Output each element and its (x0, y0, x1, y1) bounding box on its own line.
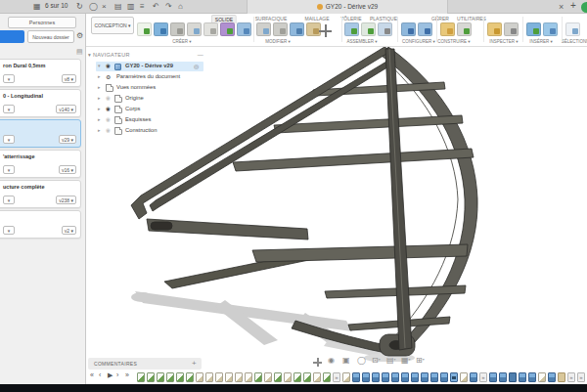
look-at-icon[interactable]: ▣ (342, 356, 350, 365)
timeline-feature-plane[interactable] (245, 372, 252, 382)
group-label-selectionner[interactable]: SÉLECTIONNER ▾ (562, 39, 587, 44)
file-version-badge[interactable]: v8 ▾ (62, 74, 76, 83)
file-version-badge[interactable]: v2 ▾ (62, 226, 76, 235)
file-version-badge[interactable]: v140 ▾ (56, 105, 76, 113)
timeline-feature-extrude[interactable] (440, 372, 448, 382)
step-back-icon[interactable]: ‹ (99, 371, 101, 378)
timeline-feature-plane[interactable] (460, 372, 468, 382)
ribbon-icon-mesh[interactable] (220, 22, 235, 36)
timeline-feature-extrude[interactable] (519, 372, 526, 382)
home-icon[interactable]: ⌂ (178, 1, 183, 13)
timeline-feature-mirror[interactable]: » (479, 372, 487, 382)
group-label-assembler[interactable]: ASSEMBLER ▾ (346, 39, 377, 44)
timeline-feature-plane[interactable] (235, 372, 243, 382)
timeline-feature-mirror[interactable]: » (567, 372, 575, 382)
timeline-feature-sketch[interactable] (254, 372, 262, 382)
close-tab-icon[interactable]: × (559, 1, 564, 13)
tab-plastique[interactable]: PLASTIQUE (367, 15, 400, 22)
timeline-feature-sketch[interactable] (157, 372, 164, 382)
ribbon-icon-create-sketch[interactable] (137, 22, 152, 36)
search-icon[interactable]: ◯ (89, 1, 98, 13)
play-end-icon[interactable]: » (125, 371, 129, 378)
timeline-feature-extrude[interactable] (421, 372, 429, 382)
eye-icon[interactable]: ◉ (106, 106, 111, 111)
timeline-feature-extrude[interactable] (528, 372, 536, 382)
layout-grid-icon[interactable]: ▦▾ (401, 356, 411, 365)
copy-icon[interactable]: ▤ (76, 48, 83, 56)
timeline-feature-sketch[interactable] (303, 372, 311, 382)
comments-bar[interactable]: COMMENTAIRES+ (88, 358, 202, 370)
avatar[interactable] (581, 2, 587, 13)
tab-personnes[interactable]: Personnes (8, 17, 76, 28)
ribbon-icon-joint[interactable] (361, 22, 376, 36)
redo-icon[interactable]: ↷ (165, 1, 172, 13)
timeline-feature-sketch[interactable] (137, 372, 145, 382)
navigator-minimize-icon[interactable]: — (198, 52, 203, 58)
document-tab[interactable]: GY20 - Dérive v29 (247, 0, 448, 14)
grid-view-icon[interactable]: ▦ (33, 1, 41, 13)
ribbon-icon-measure[interactable] (487, 22, 502, 36)
timeline-feature-plane[interactable] (225, 372, 233, 382)
caret-right-icon[interactable]: ▸ (98, 127, 101, 133)
timeline-feature-extrude[interactable] (401, 372, 409, 382)
file-version-badge[interactable]: v238 ▾ (56, 196, 76, 204)
ribbon-icon-configuration[interactable] (401, 22, 416, 36)
ribbon-icon-surface[interactable] (187, 22, 202, 36)
play-icon[interactable]: ▶ (108, 371, 113, 379)
list-view-icon[interactable]: ▥ (127, 1, 135, 13)
timeline-feature-extrude[interactable] (352, 372, 360, 382)
upload-button[interactable] (0, 30, 24, 43)
file-menu-caret[interactable]: ▾ (3, 165, 15, 174)
navigator-collapse-caret[interactable]: ▾ (88, 52, 91, 58)
timeline-feature-sketch[interactable] (166, 372, 174, 382)
timeline-feature-plane[interactable] (264, 372, 272, 382)
timeline-feature-extrude[interactable] (382, 372, 389, 382)
timeline-feature-sketch[interactable] (176, 372, 184, 382)
eye-icon[interactable]: ◉ (106, 63, 111, 68)
display-settings-icon[interactable]: ▤▾ (386, 356, 396, 365)
caret-right-icon[interactable]: ▸ (98, 73, 101, 79)
timeline-feature-extrude[interactable] (489, 372, 497, 382)
timeline-feature-sketch[interactable] (274, 372, 282, 382)
play-start-icon[interactable]: « (90, 371, 94, 378)
ribbon-icon-configuration-table[interactable] (418, 22, 432, 36)
ribbon-icon-section-analysis[interactable] (504, 22, 519, 36)
file-card[interactable]: 'atterrissage▾v16 ▾ (0, 150, 81, 178)
tree-item-root[interactable]: ▾◉GY20 - Dérive v29◎ (96, 62, 203, 71)
zoom-icon[interactable]: ◯ (357, 356, 366, 365)
move-icon[interactable] (319, 24, 332, 37)
timeline-feature-extrude[interactable] (499, 372, 507, 382)
ribbon-icon-box[interactable] (154, 22, 168, 36)
new-tab-icon[interactable]: + (570, 0, 576, 12)
timeline-feature-sketch[interactable] (186, 372, 194, 382)
timeline-feature-mirror[interactable]: » (577, 372, 585, 382)
timeline-feature-sketch[interactable] (323, 372, 331, 382)
file-card[interactable]: ron Dural 0,5mm▾v8 ▾ (0, 59, 81, 87)
ribbon-icon-canvas[interactable] (543, 22, 558, 36)
timeline-feature-extrude[interactable] (470, 372, 477, 382)
ribbon-icon-pattern[interactable] (203, 22, 218, 36)
timeline-feature-plane[interactable] (284, 372, 292, 382)
undo-icon[interactable]: ↶ (153, 1, 159, 13)
add-comment-icon[interactable]: + (192, 358, 197, 370)
tree-item-vues-nommees[interactable]: ▸Vues nommées (88, 83, 205, 93)
timeline-feature-extrude[interactable] (430, 372, 438, 382)
timeline-feature-plane[interactable] (538, 372, 546, 382)
tab-maillage[interactable]: MAILLAGE (301, 15, 332, 22)
timeline-feature-extrude[interactable] (411, 372, 419, 382)
ribbon-icon-combine[interactable] (290, 22, 304, 36)
timeline-feature-combine[interactable] (509, 372, 517, 382)
group-label-configurer[interactable]: CONFIGURER ▾ (402, 39, 435, 44)
group-label-inserer[interactable]: INSÉRER ▾ (529, 39, 553, 44)
tree-item-parametres-du-document[interactable]: ▸⚙Paramètres du document (88, 72, 205, 82)
timeline-feature-sketch[interactable] (294, 372, 301, 382)
ribbon-icon-fillet[interactable] (273, 22, 288, 36)
tree-item-esquisses[interactable]: ▸◉Esquisses (88, 115, 205, 125)
file-menu-caret[interactable]: ▾ (3, 226, 15, 235)
thumbnail-view-icon[interactable]: ▤ (114, 1, 122, 13)
new-folder-button[interactable]: Nouveau dossier (27, 30, 74, 43)
close-panel-icon[interactable]: × (102, 1, 107, 13)
ribbon-icon-form[interactable] (170, 22, 185, 36)
timeline-feature-plane[interactable] (342, 372, 350, 382)
step-forward-icon[interactable]: › (116, 371, 118, 378)
